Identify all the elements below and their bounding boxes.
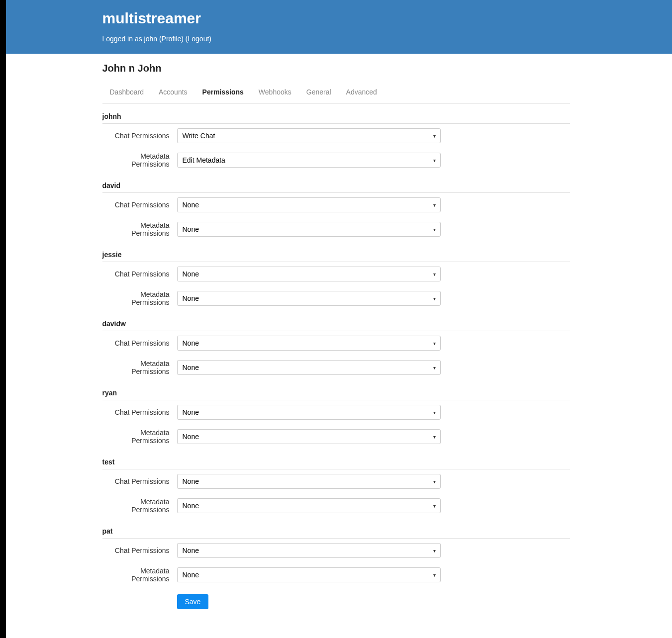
tab-dashboard[interactable]: Dashboard [110, 83, 144, 103]
metadata-permissions-row: Metadata PermissionsNoneView MetadataEdi… [102, 148, 570, 173]
chat-permissions-row: Chat PermissionsNoneRead ChatWrite Chat [102, 193, 570, 217]
user-name-heading: test [102, 454, 570, 469]
chat-permissions-row: Chat PermissionsNoneRead ChatWrite Chat [102, 400, 570, 424]
user-name-heading: jessie [102, 247, 570, 262]
tab-accounts[interactable]: Accounts [159, 83, 188, 103]
metadata-permissions-label: Metadata Permissions [102, 429, 177, 445]
metadata-permissions-select[interactable]: NoneView MetadataEdit Metadata [177, 498, 441, 513]
tab-general[interactable]: General [306, 83, 331, 103]
chat-permissions-row: Chat PermissionsNoneRead ChatWrite Chat [102, 262, 570, 286]
tab-advanced[interactable]: Advanced [346, 83, 377, 103]
metadata-permissions-label: Metadata Permissions [102, 360, 177, 375]
user-name-heading: pat [102, 523, 570, 539]
metadata-permissions-row: Metadata PermissionsNoneView MetadataEdi… [102, 424, 570, 449]
chat-permissions-row: Chat PermissionsNoneRead ChatWrite Chat [102, 469, 570, 493]
user-block: testChat PermissionsNoneRead ChatWrite C… [102, 454, 570, 518]
chat-permissions-label: Chat Permissions [102, 339, 177, 347]
chat-permissions-label: Chat Permissions [102, 477, 177, 485]
user-block: patChat PermissionsNoneRead ChatWrite Ch… [102, 523, 570, 587]
profile-link[interactable]: Profile [162, 35, 182, 43]
metadata-permissions-select[interactable]: NoneView MetadataEdit Metadata [177, 429, 441, 444]
user-name-heading: ryan [102, 385, 570, 400]
user-block: davidwChat PermissionsNoneRead ChatWrite… [102, 316, 570, 380]
logout-link[interactable]: Logout [188, 35, 209, 43]
metadata-permissions-select[interactable]: NoneView MetadataEdit Metadata [177, 360, 441, 375]
header: multistreamer Logged in as john (Profile… [0, 0, 672, 54]
user-block: davidChat PermissionsNoneRead ChatWrite … [102, 178, 570, 242]
user-name-heading: davidw [102, 316, 570, 331]
metadata-permissions-row: Metadata PermissionsNoneView MetadataEdi… [102, 217, 570, 242]
chat-permissions-row: Chat PermissionsNoneRead ChatWrite Chat [102, 539, 570, 562]
chat-permissions-select[interactable]: NoneRead ChatWrite Chat [177, 405, 441, 420]
chat-permissions-label: Chat Permissions [102, 132, 177, 140]
metadata-permissions-row: Metadata PermissionsNoneView MetadataEdi… [102, 355, 570, 380]
user-block: jessieChat PermissionsNoneRead ChatWrite… [102, 247, 570, 311]
page-title: John n John [102, 63, 570, 74]
chat-permissions-row: Chat PermissionsNoneRead ChatWrite Chat [102, 331, 570, 355]
chat-permissions-select[interactable]: NoneRead ChatWrite Chat [177, 336, 441, 351]
chat-permissions-label: Chat Permissions [102, 547, 177, 554]
metadata-permissions-row: Metadata PermissionsNoneView MetadataEdi… [102, 286, 570, 311]
metadata-permissions-label: Metadata Permissions [102, 221, 177, 237]
chat-permissions-label: Chat Permissions [102, 408, 177, 416]
brand-title: multistreamer [102, 10, 570, 27]
metadata-permissions-select[interactable]: NoneView MetadataEdit Metadata [177, 153, 441, 168]
chat-permissions-row: Chat PermissionsNoneRead ChatWrite Chat [102, 124, 570, 148]
metadata-permissions-select[interactable]: NoneView MetadataEdit Metadata [177, 291, 441, 306]
user-name-heading: david [102, 178, 570, 193]
chat-permissions-label: Chat Permissions [102, 201, 177, 209]
metadata-permissions-row: Metadata PermissionsNoneView MetadataEdi… [102, 562, 570, 587]
metadata-permissions-select[interactable]: NoneView MetadataEdit Metadata [177, 567, 441, 582]
user-name-heading: johnh [102, 108, 570, 124]
chat-permissions-select[interactable]: NoneRead ChatWrite Chat [177, 474, 441, 489]
metadata-permissions-select[interactable]: NoneView MetadataEdit Metadata [177, 222, 441, 237]
login-prefix: Logged in as [102, 35, 144, 43]
metadata-permissions-label: Metadata Permissions [102, 152, 177, 168]
tab-permissions[interactable]: Permissions [202, 83, 244, 103]
metadata-permissions-label: Metadata Permissions [102, 290, 177, 306]
metadata-permissions-label: Metadata Permissions [102, 567, 177, 583]
save-button[interactable]: Save [177, 594, 209, 609]
tabs-nav: DashboardAccountsPermissionsWebhooksGene… [102, 83, 570, 103]
chat-permissions-select[interactable]: NoneRead ChatWrite Chat [177, 543, 441, 558]
login-username: john [144, 35, 157, 43]
chat-permissions-select[interactable]: NoneRead ChatWrite Chat [177, 197, 441, 212]
metadata-permissions-row: Metadata PermissionsNoneView MetadataEdi… [102, 493, 570, 518]
login-status: Logged in as john (Profile) (Logout) [102, 35, 570, 43]
user-block: ryanChat PermissionsNoneRead ChatWrite C… [102, 385, 570, 449]
user-block: johnhChat PermissionsNoneRead ChatWrite … [102, 108, 570, 173]
metadata-permissions-label: Metadata Permissions [102, 498, 177, 514]
chat-permissions-select[interactable]: NoneRead ChatWrite Chat [177, 128, 441, 143]
chat-permissions-select[interactable]: NoneRead ChatWrite Chat [177, 267, 441, 281]
tab-webhooks[interactable]: Webhooks [259, 83, 291, 103]
chat-permissions-label: Chat Permissions [102, 270, 177, 278]
